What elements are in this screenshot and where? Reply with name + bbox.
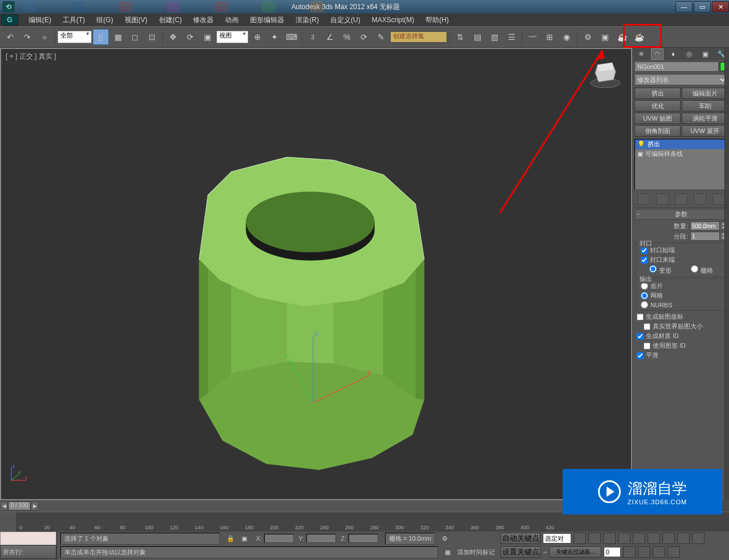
track-bar[interactable]: 0204060801001201401601802002202402602803… bbox=[0, 512, 729, 532]
coord-x-input[interactable] bbox=[264, 534, 294, 543]
angle-snap-button[interactable]: ∠ bbox=[322, 29, 338, 45]
keyfilters-selection[interactable] bbox=[543, 533, 571, 543]
mod-optimize[interactable]: 优化 bbox=[634, 100, 681, 112]
time-slider[interactable]: ◀ 0 / 100 ▶ bbox=[0, 500, 632, 512]
nav-maximize-button[interactable] bbox=[653, 546, 665, 558]
object-name-input[interactable] bbox=[634, 61, 719, 72]
redo-button[interactable]: ↷ bbox=[19, 29, 35, 45]
mod-extrude[interactable]: 挤出 bbox=[634, 88, 681, 99]
current-frame-input[interactable] bbox=[604, 547, 621, 557]
menu-modifiers[interactable]: 修改器 bbox=[187, 14, 219, 26]
timetag-icon[interactable]: ▦ bbox=[445, 549, 450, 556]
grid-radio[interactable] bbox=[691, 265, 698, 273]
configure-sets-button[interactable] bbox=[712, 193, 725, 205]
render-production-button[interactable]: ☕ bbox=[614, 29, 630, 45]
menu-grapheditors[interactable]: 图形编辑器 bbox=[244, 14, 290, 26]
setkey-button[interactable]: 设置关键点 bbox=[501, 546, 540, 558]
rollup-header-params[interactable]: 参数 bbox=[634, 209, 728, 220]
pivot-center-button[interactable]: ⊕ bbox=[249, 29, 265, 45]
output-nurbs-radio[interactable] bbox=[641, 301, 648, 308]
select-region-rect[interactable]: ◻ bbox=[127, 29, 143, 45]
scale-button[interactable]: ▣ bbox=[199, 29, 215, 45]
curve-editor-button[interactable]: 〰 bbox=[525, 29, 540, 45]
nav-zoomext-button[interactable] bbox=[677, 533, 690, 544]
create-tab[interactable]: ✳ bbox=[635, 48, 648, 60]
menu-animation[interactable]: 动画 bbox=[219, 14, 244, 26]
goto-start-button[interactable] bbox=[574, 533, 586, 544]
render-setup-button[interactable]: ⚙ bbox=[580, 29, 596, 45]
modify-tab[interactable]: ◠ bbox=[651, 48, 664, 60]
coord-y-input[interactable] bbox=[306, 534, 336, 543]
menu-group[interactable]: 组(G) bbox=[91, 14, 118, 26]
stack-item-extrude[interactable]: 💡挤出 bbox=[635, 139, 727, 149]
nav-orbit-button[interactable] bbox=[623, 546, 636, 558]
menu-maxscript[interactable]: MAXScript(M) bbox=[366, 14, 420, 26]
menu-help[interactable]: 帮助(H) bbox=[420, 14, 454, 26]
link-button[interactable]: ⟐ bbox=[36, 29, 52, 45]
maximize-button[interactable]: ▭ bbox=[694, 1, 711, 13]
keyfilters-button[interactable]: 关键点过滤器... bbox=[549, 546, 601, 558]
pin-stack-button[interactable] bbox=[637, 193, 650, 205]
selection-filter-dropdown[interactable]: 全部 bbox=[58, 31, 92, 43]
comm-center-icon[interactable]: ⚙ bbox=[442, 535, 448, 542]
align-button[interactable]: ▤ bbox=[469, 29, 485, 45]
use-shapeid-checkbox[interactable] bbox=[644, 343, 650, 349]
segments-spinner[interactable]: ▲▼ bbox=[690, 232, 727, 241]
material-editor-button[interactable]: ◉ bbox=[559, 29, 575, 45]
cap-start-checkbox[interactable] bbox=[641, 247, 648, 254]
gen-matid-checkbox[interactable] bbox=[637, 333, 644, 340]
window-crossing-button[interactable]: ⊡ bbox=[144, 29, 160, 45]
menu-customize[interactable]: 自定义(U) bbox=[325, 14, 366, 26]
named-selection-sets-dropdown[interactable]: 创建选择集 bbox=[390, 31, 447, 43]
move-button[interactable]: ✥ bbox=[165, 29, 181, 45]
isolate-icon[interactable]: ▣ bbox=[241, 535, 247, 542]
spinner-snap-button[interactable]: ⟳ bbox=[356, 29, 372, 45]
minimize-button[interactable]: — bbox=[675, 1, 693, 13]
mod-uvwunwrap[interactable]: UVW 展开 bbox=[682, 125, 728, 137]
snap-3-button[interactable]: 3 bbox=[305, 29, 321, 45]
show-end-result-button[interactable] bbox=[656, 193, 669, 205]
ref-coord-system-dropdown[interactable]: 视图 bbox=[216, 31, 248, 43]
modifier-list-dropdown[interactable]: 修改器列表 bbox=[634, 74, 728, 85]
amount-spinner[interactable]: ▲▼ bbox=[690, 221, 727, 230]
stack-item-spline[interactable]: ▣可编辑样条线 bbox=[635, 149, 727, 159]
layers-button[interactable]: ☰ bbox=[503, 29, 519, 45]
maxscript-mini-listener[interactable] bbox=[0, 532, 56, 545]
close-button[interactable]: ✕ bbox=[712, 1, 729, 13]
motion-tab[interactable]: ◎ bbox=[683, 48, 695, 60]
timeslider-knob[interactable]: 0 / 100 bbox=[8, 501, 31, 510]
hierarchy-tab[interactable]: ♦ bbox=[667, 48, 679, 60]
play-button[interactable] bbox=[603, 533, 616, 544]
application-button[interactable]: G bbox=[1, 14, 18, 26]
mod-editface[interactable]: 编辑面片 bbox=[682, 88, 728, 99]
percent-snap-button[interactable]: % bbox=[339, 29, 355, 45]
rotate-button[interactable]: ⟳ bbox=[182, 29, 198, 45]
quick-align-button[interactable]: ▥ bbox=[486, 29, 502, 45]
viewport[interactable]: [ + ] 正交 ] 真实 ] z x y bbox=[0, 48, 632, 500]
mod-turbosmooth[interactable]: 涡轮平滑 bbox=[682, 113, 728, 124]
nav-pan-button[interactable] bbox=[648, 533, 660, 544]
trackbar-config-icon[interactable] bbox=[0, 512, 17, 532]
nav-zoom-button[interactable] bbox=[662, 533, 675, 544]
schematic-view-button[interactable]: ⊞ bbox=[542, 29, 558, 45]
lock-icon[interactable]: 🔒 bbox=[227, 535, 235, 542]
prev-frame-button[interactable] bbox=[588, 533, 601, 544]
edit-named-sel-button[interactable]: ✎ bbox=[373, 29, 389, 45]
autokey-button[interactable]: 自动关键点 bbox=[501, 533, 540, 544]
addtimetag-label[interactable]: 添加时间标记 bbox=[457, 548, 495, 557]
undo-button[interactable]: ↶ bbox=[2, 29, 18, 45]
realworld-checkbox[interactable] bbox=[644, 323, 650, 330]
mod-uvwmap[interactable]: UVW 贴图 bbox=[634, 113, 681, 124]
trackbar-ruler[interactable]: 0204060801001201401601802002202402602803… bbox=[17, 512, 729, 532]
keyboard-shortcut-override[interactable]: ⌨ bbox=[284, 29, 300, 45]
select-by-name-button[interactable]: ▦ bbox=[110, 29, 126, 45]
make-unique-button[interactable] bbox=[675, 193, 687, 205]
nav-walk-button[interactable] bbox=[638, 546, 650, 558]
cap-end-checkbox[interactable] bbox=[641, 257, 648, 263]
timeslider-right-arrow[interactable]: ▶ bbox=[31, 501, 39, 510]
smooth-checkbox[interactable] bbox=[637, 352, 644, 359]
mod-lathe[interactable]: 车削 bbox=[682, 100, 728, 112]
goto-end-button[interactable] bbox=[633, 533, 645, 544]
menu-tools[interactable]: 工具(T) bbox=[57, 14, 91, 26]
timeslider-left-arrow[interactable]: ◀ bbox=[0, 501, 8, 510]
